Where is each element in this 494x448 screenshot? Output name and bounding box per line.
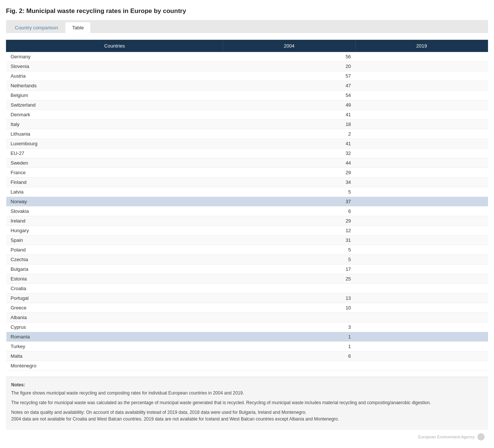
table-row: Switzerland49: [6, 100, 488, 110]
cell-2004: 3: [223, 322, 355, 332]
cell-country: Sweden: [6, 158, 223, 168]
cell-country: Switzerland: [6, 100, 223, 110]
cell-2019: [355, 178, 488, 187]
page-wrapper: Fig. 2: Municipal waste recycling rates …: [0, 0, 494, 448]
cell-country: Croatia: [6, 284, 223, 293]
cell-2019: [355, 158, 488, 168]
cell-country: Belgium: [6, 91, 223, 100]
cell-2004: 54: [223, 91, 355, 100]
cell-2004: 37: [223, 197, 355, 207]
table-row: Bulgaria17: [6, 264, 488, 274]
table-row: Ireland29: [6, 216, 488, 226]
col-header-2004: 2004: [223, 40, 355, 52]
cell-2004: [223, 361, 355, 371]
cell-country: Montenegro: [6, 361, 223, 371]
cell-country: Spain: [6, 236, 223, 245]
agency-name: European Environment Agency: [418, 435, 475, 439]
col-header-2019: 2019: [355, 40, 488, 52]
table-row: Czechia5: [6, 255, 488, 264]
cell-country: Greece: [6, 303, 223, 313]
cell-2019: [355, 351, 488, 361]
table-row: Belgium54: [6, 91, 488, 100]
cell-2019: [355, 207, 488, 216]
cell-2019: [355, 110, 488, 120]
cell-2019: [355, 149, 488, 158]
table-row: France29: [6, 168, 488, 178]
table-row: Croatia: [6, 284, 488, 293]
cell-2004: [223, 313, 355, 322]
cell-country: Norway: [6, 197, 223, 207]
cell-country: Malta: [6, 351, 223, 361]
cell-country: Ireland: [6, 216, 223, 226]
table-row: Spain31: [6, 236, 488, 245]
cell-country: Czechia: [6, 255, 223, 264]
cell-2019: [355, 91, 488, 100]
cell-2004: 29: [223, 168, 355, 178]
cell-2004: 10: [223, 303, 355, 313]
notes-section: Notes: The figure shows municipal waste …: [6, 377, 488, 430]
col-header-countries: Countries: [6, 40, 223, 52]
cell-2019: [355, 81, 488, 91]
table-row: Luxembourg41: [6, 139, 488, 149]
cell-country: Lithuania: [6, 129, 223, 139]
cell-country: Finland: [6, 178, 223, 187]
cell-2019: [355, 100, 488, 110]
cell-2019: [355, 303, 488, 313]
cell-2004: 1: [223, 332, 355, 342]
cell-country: Estonia: [6, 274, 223, 284]
table-row: Poland5: [6, 245, 488, 255]
cell-2004: 1: [223, 342, 355, 351]
cell-2019: [355, 62, 488, 71]
cell-2019: [355, 187, 488, 197]
cell-2004: 49: [223, 100, 355, 110]
cell-2004: 57: [223, 71, 355, 81]
cell-2019: [355, 216, 488, 226]
tab-table[interactable]: Table: [65, 22, 90, 33]
cell-2019: [355, 322, 488, 332]
table-row: Slovakia6: [6, 207, 488, 216]
cell-2019: [355, 129, 488, 139]
cell-2004: 56: [223, 52, 355, 62]
cell-country: Slovakia: [6, 207, 223, 216]
cell-2004: 13: [223, 293, 355, 303]
table-row: Portugal13: [6, 293, 488, 303]
note-line-3: Notes on data quality and availability: …: [11, 409, 483, 422]
cell-2004: 18: [223, 120, 355, 129]
cell-2004: 5: [223, 245, 355, 255]
cell-2004: [223, 284, 355, 293]
tab-country-comparison[interactable]: Country comparison: [8, 22, 65, 33]
cell-2019: [355, 245, 488, 255]
cell-2004: 6: [223, 207, 355, 216]
notes-title: Notes:: [11, 382, 483, 388]
cell-2019: [355, 197, 488, 207]
table-row: Hungary12: [6, 226, 488, 236]
page-title: Fig. 2: Municipal waste recycling rates …: [6, 7, 488, 15]
cell-2004: 17: [223, 264, 355, 274]
cell-2019: [355, 293, 488, 303]
cell-2019: [355, 71, 488, 81]
cell-2019: [355, 313, 488, 322]
cell-country: Austria: [6, 71, 223, 81]
table-row: Malta6: [6, 351, 488, 361]
table-row: Finland34: [6, 178, 488, 187]
cell-2004: 41: [223, 110, 355, 120]
cell-2004: 20: [223, 62, 355, 71]
cell-country: EU-27: [6, 149, 223, 158]
cell-2019: [355, 255, 488, 264]
table-row: Turkey1: [6, 342, 488, 351]
cell-country: Albania: [6, 313, 223, 322]
cell-2019: [355, 284, 488, 293]
cell-country: Denmark: [6, 110, 223, 120]
cell-2004: 47: [223, 81, 355, 91]
cell-country: Netherlands: [6, 81, 223, 91]
footer-row: European Environment Agency: [6, 430, 488, 441]
cell-country: Hungary: [6, 226, 223, 236]
data-table: Countries 2004 2019 Germany56Slovenia20A…: [6, 40, 488, 371]
cell-2004: 34: [223, 178, 355, 187]
table-row: Austria57: [6, 71, 488, 81]
cell-2004: 6: [223, 351, 355, 361]
cell-country: Poland: [6, 245, 223, 255]
table-row: Germany56: [6, 52, 488, 62]
table-row: Lithuania2: [6, 129, 488, 139]
cell-2004: 12: [223, 226, 355, 236]
